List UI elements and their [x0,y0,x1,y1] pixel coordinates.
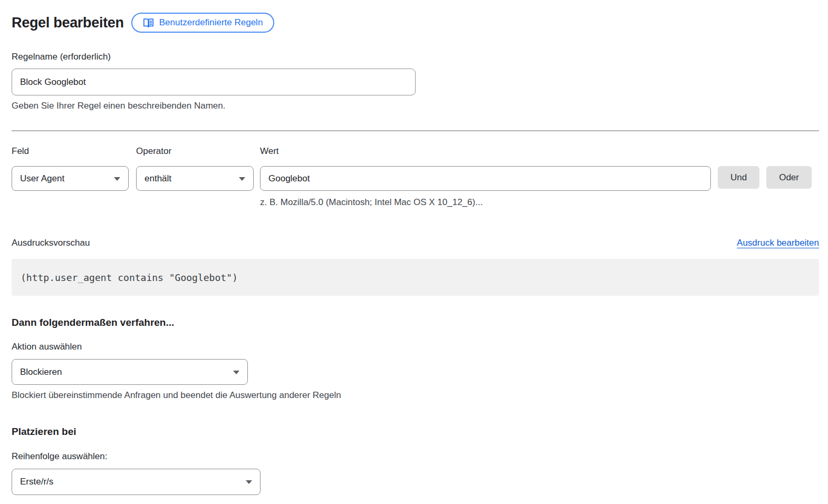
expression-header: Ausdrucksvorschau Ausdruck bearbeiten [12,238,819,248]
value-input[interactable] [260,166,711,191]
field-label: Feld [12,146,129,157]
action-help: Blockiert übereinstimmende Anfragen und … [12,390,819,401]
order-select[interactable]: Erste/r/s [12,469,261,495]
page-header: Regel bearbeiten Benutzerdefinierte Rege… [12,13,819,33]
field-column: Feld User Agent [12,146,129,191]
operator-label: Operator [136,146,254,157]
chevron-down-icon [233,371,239,374]
edit-expression-link[interactable]: Ausdruck bearbeiten [737,238,819,248]
chevron-down-icon [246,480,252,484]
action-selected-value: Blockieren [20,367,62,377]
section-divider [12,130,819,131]
expression-code: (http.user_agent contains "Googlebot") [21,272,238,283]
action-heading: Dann folgendermaßen verfahren... [12,317,819,328]
condition-row: Feld User Agent Operator enthält Wert z.… [12,146,819,208]
chevron-down-icon [114,177,120,181]
chevron-down-icon [239,177,245,181]
and-button[interactable]: Und [718,166,759,189]
order-selected-value: Erste/r/s [20,477,53,487]
open-book-icon [143,18,154,28]
rule-name-input[interactable] [12,69,416,95]
placement-label: Reihenfolge auswählen: [12,451,819,462]
value-label: Wert [260,146,711,157]
rule-name-section: Regelname (erforderlich) Geben Sie Ihrer… [12,52,819,111]
expression-preview-box: (http.user_agent contains "Googlebot") [12,259,819,296]
action-section: Dann folgendermaßen verfahren... Aktion … [12,317,819,401]
action-label: Aktion auswählen [12,342,819,352]
page-title: Regel bearbeiten [12,15,124,31]
field-select[interactable]: User Agent [12,166,129,191]
expression-preview-label: Ausdrucksvorschau [12,238,90,248]
action-select[interactable]: Blockieren [12,359,248,385]
operator-selected-value: enthält [145,173,171,184]
or-button[interactable]: Oder [766,166,812,189]
custom-rules-docs-button[interactable]: Benutzerdefinierte Regeln [131,13,275,33]
rule-editor-page: Regel bearbeiten Benutzerdefinierte Rege… [0,0,828,495]
field-selected-value: User Agent [20,173,64,184]
rule-name-help: Geben Sie Ihrer Regel einen beschreibend… [12,101,819,111]
operator-column: Operator enthält [136,146,254,191]
operator-select[interactable]: enthält [136,166,254,191]
value-column: Wert z. B. Mozilla/5.0 (Macintosh; Intel… [260,146,711,208]
placement-heading: Platzieren bei [12,426,819,438]
placement-section: Platzieren bei Reihenfolge auswählen: Er… [12,426,819,495]
rule-name-label: Regelname (erforderlich) [12,52,819,62]
value-help: z. B. Mozilla/5.0 (Macintosh; Intel Mac … [260,197,711,208]
custom-rules-docs-label: Benutzerdefinierte Regeln [159,17,263,28]
